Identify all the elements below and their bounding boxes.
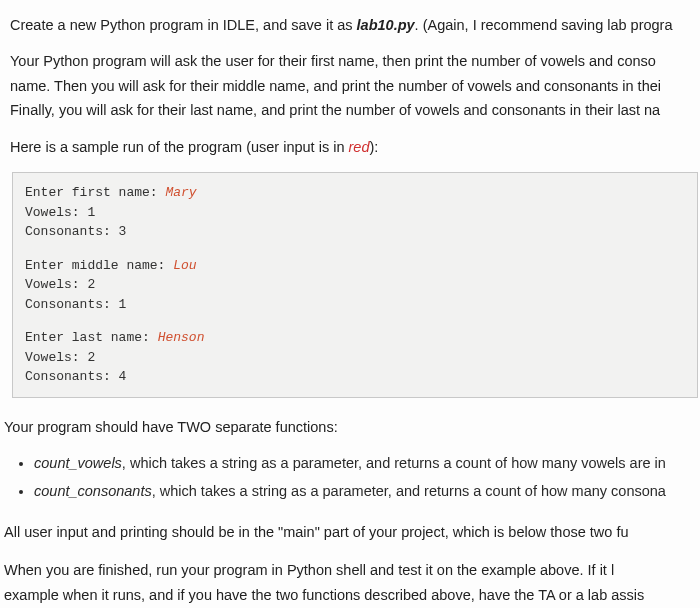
- intro-para-4: Finally, you will ask for their last nam…: [10, 99, 700, 121]
- prompt-text: Enter first name:: [25, 185, 165, 200]
- code-line: Consonants: 4: [25, 367, 685, 387]
- functions-list: count_vowels, which takes a string as a …: [10, 452, 700, 502]
- code-line: Vowels: 2: [25, 275, 685, 295]
- sample-group-first: Enter first name: Mary Vowels: 1 Consona…: [25, 183, 685, 242]
- function-name: count_vowels: [34, 455, 122, 471]
- text: Finally, you will ask for their last nam…: [10, 102, 660, 118]
- list-item: count_consonants, which takes a string a…: [34, 480, 700, 503]
- prompt-text: Enter last name:: [25, 330, 158, 345]
- prompt-text: Enter middle name:: [25, 258, 173, 273]
- filename: lab10.py: [357, 17, 415, 33]
- user-input: Lou: [173, 258, 196, 273]
- sample-run-heading: Here is a sample run of the program (use…: [10, 136, 700, 158]
- function-name: count_consonants: [34, 483, 152, 499]
- document-page: Create a new Python program in IDLE, and…: [0, 0, 700, 608]
- list-item: count_vowels, which takes a string as a …: [34, 452, 700, 475]
- red-word: red: [348, 139, 369, 155]
- text: Here is a sample run of the program (use…: [10, 139, 348, 155]
- code-line: Vowels: 1: [25, 203, 685, 223]
- text: , which takes a string as a parameter, a…: [152, 483, 666, 499]
- intro-para-3: name. Then you will ask for their middle…: [10, 75, 700, 97]
- intro-para-1: Create a new Python program in IDLE, and…: [10, 14, 700, 36]
- code-line: Consonants: 3: [25, 222, 685, 242]
- text: Your Python program will ask the user fo…: [10, 53, 656, 69]
- code-line: Enter last name: Henson: [25, 328, 685, 348]
- closing-para-1: All user input and printing should be in…: [4, 521, 700, 543]
- text: . (Again, I recommend saving lab progra: [415, 17, 673, 33]
- code-line: Enter first name: Mary: [25, 183, 685, 203]
- sample-run-block: Enter first name: Mary Vowels: 1 Consona…: [12, 172, 698, 398]
- text: name. Then you will ask for their middle…: [10, 78, 661, 94]
- code-line: Enter middle name: Lou: [25, 256, 685, 276]
- functions-heading: Your program should have TWO separate fu…: [4, 416, 700, 438]
- closing-para-3: example when it runs, and if you have th…: [4, 584, 700, 606]
- text: , which takes a string as a parameter, a…: [122, 455, 666, 471]
- code-line: Vowels: 2: [25, 348, 685, 368]
- sample-group-last: Enter last name: Henson Vowels: 2 Conson…: [25, 328, 685, 387]
- code-line: Consonants: 1: [25, 295, 685, 315]
- text: Create a new Python program in IDLE, and…: [10, 17, 357, 33]
- user-input: Henson: [158, 330, 205, 345]
- closing-para-2: When you are finished, run your program …: [4, 559, 700, 581]
- user-input: Mary: [165, 185, 196, 200]
- sample-group-middle: Enter middle name: Lou Vowels: 2 Consona…: [25, 256, 685, 315]
- text: ):: [369, 139, 378, 155]
- intro-para-2: Your Python program will ask the user fo…: [10, 50, 700, 72]
